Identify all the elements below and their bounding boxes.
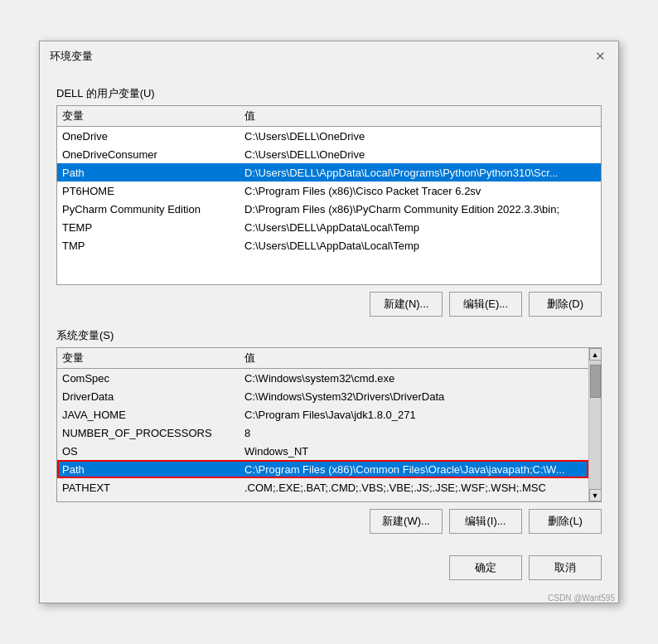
user-cell-val: C:\Users\DELL\AppData\Local\Temp bbox=[244, 221, 596, 234]
close-button[interactable]: ✕ bbox=[592, 48, 608, 65]
cancel-button[interactable]: 取消 bbox=[529, 555, 602, 580]
user-table-row[interactable]: PyCharm Community EditionD:\Program File… bbox=[57, 200, 601, 218]
dialog-content: DELL 的用户变量(U) 变量 值 OneDriveC:\Users\DELL… bbox=[40, 70, 618, 547]
system-new-button[interactable]: 新建(W)... bbox=[370, 509, 443, 534]
system-table-row[interactable]: NUMBER_OF_PROCESSORS8 bbox=[57, 424, 588, 442]
user-cell-val: C:\Program Files (x86)\Cisco Packet Trac… bbox=[244, 185, 596, 197]
user-col-val: 值 bbox=[244, 109, 596, 123]
system-cell-val: C:\Program Files\Java\jdk1.8.0_271 bbox=[244, 409, 583, 421]
watermark: CSDN @Want595 bbox=[40, 592, 618, 603]
user-table-header: 变量 值 bbox=[57, 106, 601, 127]
system-variables-table-container: 变量 值 ComSpecC:\Windows\system32\cmd.exeD… bbox=[56, 347, 602, 502]
system-cell-var: PATHEXT bbox=[62, 482, 244, 494]
system-section-label: 系统变量(S) bbox=[56, 328, 602, 343]
user-cell-var: PT6HOME bbox=[62, 185, 244, 197]
user-section-label: DELL 的用户变量(U) bbox=[56, 86, 602, 101]
user-table-row[interactable]: PT6HOMEC:\Program Files (x86)\Cisco Pack… bbox=[57, 182, 601, 200]
system-delete-button[interactable]: 删除(L) bbox=[529, 509, 602, 534]
system-table-row[interactable]: PROCESSOR_ARCHITECTUREAMD64 bbox=[57, 496, 588, 501]
system-cell-var: ComSpec bbox=[62, 372, 244, 385]
user-cell-val: C:\Users\DELL\OneDrive bbox=[244, 148, 596, 161]
system-table-row[interactable]: ComSpecC:\Windows\system32\cmd.exe bbox=[57, 369, 588, 387]
system-cell-val: AMD64 bbox=[244, 500, 583, 502]
system-table-header: 变量 值 bbox=[57, 348, 588, 369]
scroll-track bbox=[589, 361, 601, 489]
user-col-var: 变量 bbox=[62, 109, 244, 123]
system-cell-var: DriverData bbox=[62, 390, 244, 403]
system-scrollbar[interactable]: ▲ ▼ bbox=[588, 348, 601, 501]
ok-button[interactable]: 确定 bbox=[449, 555, 522, 580]
user-variables-table: 变量 值 OneDriveC:\Users\DELL\OneDriveOneDr… bbox=[56, 105, 602, 285]
system-table-body[interactable]: ComSpecC:\Windows\system32\cmd.exeDriver… bbox=[57, 369, 588, 501]
user-cell-var: TMP bbox=[62, 240, 244, 252]
user-cell-var: TEMP bbox=[62, 221, 244, 234]
system-col-val: 值 bbox=[244, 351, 583, 366]
system-cell-val: C:\Windows\System32\Drivers\DriverData bbox=[244, 390, 583, 403]
system-cell-var: Path bbox=[62, 463, 244, 476]
system-cell-var: PROCESSOR_ARCHITECTURE bbox=[62, 500, 244, 502]
user-cell-val: C:\Users\DELL\OneDrive bbox=[244, 130, 596, 143]
scroll-thumb[interactable] bbox=[590, 365, 601, 398]
system-table-row[interactable]: DriverDataC:\Windows\System32\Drivers\Dr… bbox=[57, 387, 588, 405]
user-delete-button[interactable]: 删除(D) bbox=[529, 292, 602, 317]
user-cell-var: OneDriveConsumer bbox=[62, 148, 244, 161]
user-table-row[interactable]: TMPC:\Users\DELL\AppData\Local\Temp bbox=[57, 236, 601, 254]
user-cell-var: Path bbox=[62, 167, 244, 179]
system-cell-var: NUMBER_OF_PROCESSORS bbox=[62, 427, 244, 439]
user-cell-var: OneDrive bbox=[62, 130, 244, 143]
title-bar: 环境变量 ✕ bbox=[40, 41, 618, 70]
user-cell-var: PyCharm Community Edition bbox=[62, 203, 244, 215]
system-cell-val: C:\Program Files (x86)\Common Files\Orac… bbox=[244, 463, 583, 476]
user-table-row[interactable]: OneDriveC:\Users\DELL\OneDrive bbox=[57, 127, 601, 145]
dialog-title: 环境变量 bbox=[50, 49, 93, 64]
scroll-down-button[interactable]: ▼ bbox=[589, 489, 602, 501]
environment-variables-dialog: 环境变量 ✕ DELL 的用户变量(U) 变量 值 OneDriveC:\Use… bbox=[39, 41, 619, 603]
user-table-row[interactable]: TEMPC:\Users\DELL\AppData\Local\Temp bbox=[57, 218, 601, 236]
system-cell-val: 8 bbox=[244, 427, 583, 439]
user-button-row: 新建(N)... 编辑(E)... 删除(D) bbox=[56, 292, 602, 317]
user-new-button[interactable]: 新建(N)... bbox=[370, 292, 443, 317]
system-cell-var: OS bbox=[62, 445, 244, 458]
system-table-row[interactable]: JAVA_HOMEC:\Program Files\Java\jdk1.8.0_… bbox=[57, 405, 588, 424]
system-col-var: 变量 bbox=[62, 351, 244, 366]
user-table-row[interactable]: PathD:\Users\DELL\AppData\Local\Programs… bbox=[57, 163, 601, 182]
user-cell-val: C:\Users\DELL\AppData\Local\Temp bbox=[244, 240, 596, 252]
system-table-wrapper: 变量 值 ComSpecC:\Windows\system32\cmd.exeD… bbox=[57, 348, 588, 501]
scroll-up-button[interactable]: ▲ bbox=[589, 348, 602, 361]
user-cell-val: D:\Program Files (x86)\PyCharm Community… bbox=[244, 203, 596, 215]
system-edit-button[interactable]: 编辑(I)... bbox=[449, 509, 522, 534]
system-table-row[interactable]: PATHEXT.COM;.EXE;.BAT;.CMD;.VBS;.VBE;.JS… bbox=[57, 478, 588, 496]
system-table-row[interactable]: PathC:\Program Files (x86)\Common Files\… bbox=[57, 460, 588, 478]
user-table-row[interactable]: OneDriveConsumerC:\Users\DELL\OneDrive bbox=[57, 145, 601, 163]
footer-buttons: 确定 取消 bbox=[40, 547, 618, 592]
system-button-row: 新建(W)... 编辑(I)... 删除(L) bbox=[56, 509, 602, 534]
user-cell-val: D:\Users\DELL\AppData\Local\Programs\Pyt… bbox=[244, 167, 596, 179]
user-table-body[interactable]: OneDriveC:\Users\DELL\OneDriveOneDriveCo… bbox=[57, 127, 601, 284]
system-cell-val: .COM;.EXE;.BAT;.CMD;.VBS;.VBE;.JS;.JSE;.… bbox=[244, 482, 583, 494]
system-cell-var: JAVA_HOME bbox=[62, 409, 244, 421]
user-edit-button[interactable]: 编辑(E)... bbox=[449, 292, 522, 317]
system-cell-val: C:\Windows\system32\cmd.exe bbox=[244, 372, 583, 385]
system-table-row[interactable]: OSWindows_NT bbox=[57, 442, 588, 460]
system-cell-val: Windows_NT bbox=[244, 445, 583, 458]
